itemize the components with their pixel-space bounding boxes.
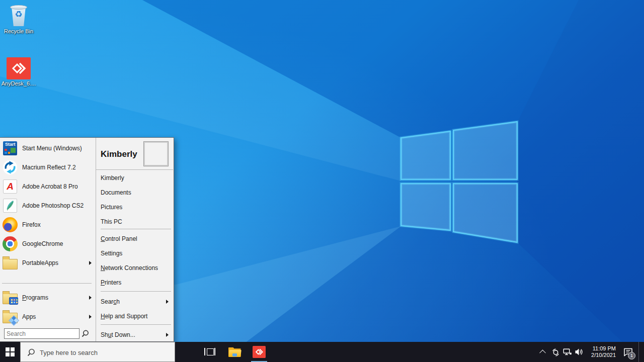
- menu-item-portableapps[interactable]: PortableApps: [0, 253, 95, 273]
- menu-separator: [96, 169, 173, 170]
- chevron-up-icon: [539, 349, 546, 356]
- clock-date: 2/10/2021: [591, 352, 616, 358]
- desktop-icon-anydesk[interactable]: AnyDesk_6....: [0, 57, 37, 87]
- menu-item-label: Firefox: [22, 221, 41, 228]
- start-menu-right-column: Kimberly Kimberly Documents Pictures Thi…: [96, 138, 174, 341]
- chevron-right-icon: [89, 315, 92, 319]
- notification-badge: 1: [628, 352, 635, 359]
- menu-item-documents[interactable]: Documents: [96, 185, 174, 200]
- task-view-icon: [204, 347, 215, 356]
- menu-item-printers[interactable]: Printers: [96, 275, 174, 290]
- anydesk-icon: [253, 346, 266, 358]
- menu-item-this-pc[interactable]: This PC: [96, 214, 174, 229]
- menu-item-label: Adobe Photoshop CS2: [22, 202, 84, 209]
- programs-folder-icon: [2, 290, 18, 306]
- desktop-icon-label: AnyDesk_6....: [0, 80, 37, 87]
- apps-folder-icon: [2, 309, 18, 325]
- chevron-right-icon: [89, 261, 92, 265]
- menu-separator: [2, 283, 92, 284]
- menu-item-adobe-photoshop[interactable]: Adobe Photoshop CS2: [0, 196, 95, 215]
- firefox-icon: [2, 217, 18, 233]
- menu-item-settings[interactable]: Settings: [96, 246, 174, 260]
- desktop: ♻ Recycle Bin AnyDesk_6.... Start Start …: [0, 0, 644, 362]
- menu-item-label: Adobe Acrobat 8 Pro: [22, 183, 78, 190]
- menu-item-start-menu-windows[interactable]: Start Start Menu (Windows): [0, 139, 95, 158]
- user-avatar[interactable]: [144, 142, 168, 166]
- chevron-right-icon: [89, 296, 92, 300]
- menu-item-adobe-acrobat[interactable]: Adobe Acrobat 8 Pro: [0, 177, 95, 196]
- menu-item-macrium-reflect[interactable]: Macrium Reflect 7.2: [0, 158, 95, 177]
- desktop-icon-recycle-bin[interactable]: ♻ Recycle Bin: [0, 3, 37, 35]
- task-view-button[interactable]: [198, 342, 222, 362]
- menu-item-label: Apps: [22, 313, 36, 320]
- menu-item-user-folder[interactable]: Kimberly: [96, 170, 174, 185]
- taskbar-search-input[interactable]: [39, 342, 172, 362]
- menu-item-google-chrome[interactable]: GoogleChrome: [0, 234, 95, 253]
- taskbar-search[interactable]: [20, 342, 175, 362]
- anydesk-installer-icon: [7, 57, 31, 79]
- google-chrome-icon: [2, 236, 18, 252]
- taskbar-clock[interactable]: 11:09 PM 2/10/2021: [585, 342, 616, 362]
- adobe-acrobat-icon: [2, 178, 18, 195]
- menu-item-label: Programs: [22, 294, 48, 301]
- macrium-reflect-icon: [2, 159, 18, 175]
- user-name: Kimberly: [101, 141, 137, 168]
- menu-item-label: Macrium Reflect 7.2: [22, 164, 76, 171]
- action-center-button[interactable]: 1: [620, 342, 636, 362]
- chevron-right-icon: [166, 333, 169, 337]
- menu-item-label: GoogleChrome: [22, 240, 63, 247]
- tray-network-icon[interactable]: [562, 342, 573, 362]
- menu-item-help-and-support[interactable]: Help and Support: [96, 309, 174, 323]
- menu-item-label: PortableApps: [22, 259, 58, 266]
- clock-time: 11:09 PM: [593, 345, 616, 352]
- anydesk-taskbar-button[interactable]: [247, 342, 271, 362]
- search-icon: [27, 348, 36, 357]
- menu-item-label: Start Menu (Windows): [22, 145, 82, 152]
- menu-separator: [101, 324, 171, 325]
- menu-item-search[interactable]: Search: [96, 294, 174, 309]
- chevron-right-icon: [166, 300, 169, 304]
- adobe-photoshop-icon: [2, 198, 18, 214]
- taskbar: 11:09 PM 2/10/2021 1: [0, 342, 644, 362]
- start-button[interactable]: [0, 342, 20, 362]
- start-menu-left-column: Start Start Menu (Windows) Macrium Refle…: [0, 138, 96, 341]
- menu-item-network-connections[interactable]: Network Connections: [96, 260, 174, 275]
- search-icon: [81, 329, 90, 338]
- recycle-bin-icon: ♻: [7, 3, 31, 27]
- recycle-symbol-icon: ♻: [7, 10, 31, 19]
- start-menu-windows-icon: Start: [2, 140, 18, 156]
- desktop-icon-label: Recycle Bin: [0, 28, 37, 35]
- file-explorer-button[interactable]: [222, 342, 247, 362]
- menu-item-pictures[interactable]: Pictures: [96, 200, 174, 214]
- file-explorer-icon: [228, 347, 241, 357]
- user-header: Kimberly: [96, 141, 174, 168]
- start-menu-search-input[interactable]: [4, 328, 79, 339]
- menu-item-apps[interactable]: Apps: [0, 307, 95, 326]
- menu-separator: [101, 229, 171, 229]
- menu-item-shut-down[interactable]: Shut Down...: [96, 327, 174, 342]
- start-menu: Start Start Menu (Windows) Macrium Refle…: [0, 137, 174, 342]
- menu-item-programs[interactable]: Programs: [0, 288, 95, 307]
- portableapps-folder-icon: [2, 255, 18, 271]
- menu-item-firefox[interactable]: Firefox: [0, 215, 95, 234]
- show-desktop-button[interactable]: [638, 342, 639, 362]
- tray-anydesk-icon[interactable]: [550, 342, 560, 362]
- windows-logo-icon: [6, 347, 15, 356]
- menu-separator: [101, 291, 171, 292]
- tray-volume-icon[interactable]: [574, 342, 585, 362]
- menu-item-control-panel[interactable]: Control Panel: [96, 231, 174, 246]
- tray-show-hidden-icons-button[interactable]: [537, 342, 547, 362]
